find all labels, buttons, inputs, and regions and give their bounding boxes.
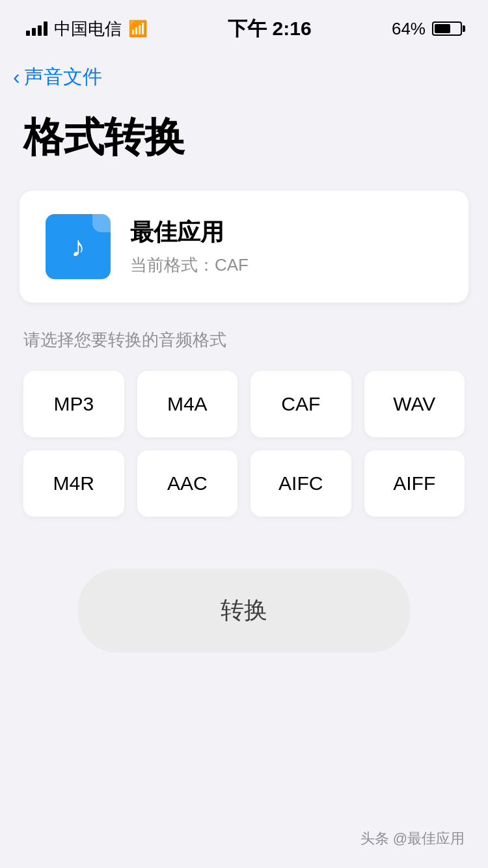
- format-btn-caf[interactable]: CAF: [251, 371, 351, 437]
- format-btn-mp3[interactable]: MP3: [23, 371, 124, 437]
- file-info: 最佳应用 当前格式：CAF: [130, 217, 442, 277]
- signal-icon: [26, 21, 47, 36]
- status-bar: 中国电信 📶 下午 2:16 64%: [0, 0, 488, 57]
- back-chevron-icon: ‹: [13, 65, 20, 89]
- page-title-container: 格式转换: [0, 97, 488, 191]
- footer: 头条 @最佳应用: [360, 829, 465, 848]
- battery-percent: 64%: [392, 19, 426, 39]
- nav-bar: ‹ 声音文件: [0, 57, 488, 97]
- carrier-text: 中国电信: [54, 18, 122, 40]
- file-format: 当前格式：CAF: [130, 254, 442, 277]
- format-btn-aac[interactable]: AAC: [137, 450, 238, 517]
- convert-section: 转换: [0, 530, 488, 679]
- footer-text: 头条 @最佳应用: [360, 830, 465, 847]
- format-section: 请选择您要转换的音频格式 MP3M4ACAFWAVM4RAACAIFCAIFF: [0, 303, 488, 530]
- battery-icon: [432, 21, 462, 36]
- wifi-icon: 📶: [128, 20, 148, 38]
- format-btn-aiff[interactable]: AIFF: [364, 450, 465, 517]
- file-icon: ♪: [46, 214, 111, 279]
- convert-button[interactable]: 转换: [78, 569, 410, 653]
- format-btn-wav[interactable]: WAV: [364, 371, 465, 437]
- back-label: 声音文件: [24, 64, 102, 90]
- page-title: 格式转换: [23, 110, 465, 165]
- status-time: 下午 2:16: [228, 16, 311, 42]
- file-card: ♪ 最佳应用 当前格式：CAF: [20, 191, 468, 303]
- format-hint: 请选择您要转换的音频格式: [23, 329, 465, 351]
- status-right: 64%: [392, 19, 462, 39]
- music-note-icon: ♪: [71, 230, 85, 263]
- format-btn-m4r[interactable]: M4R: [23, 450, 124, 517]
- status-left: 中国电信 📶: [26, 18, 148, 40]
- back-button[interactable]: ‹ 声音文件: [13, 64, 102, 90]
- file-name: 最佳应用: [130, 217, 442, 249]
- format-grid: MP3M4ACAFWAVM4RAACAIFCAIFF: [23, 371, 465, 517]
- format-btn-m4a[interactable]: M4A: [137, 371, 238, 437]
- battery-fill: [435, 24, 450, 33]
- format-btn-aifc[interactable]: AIFC: [251, 450, 351, 517]
